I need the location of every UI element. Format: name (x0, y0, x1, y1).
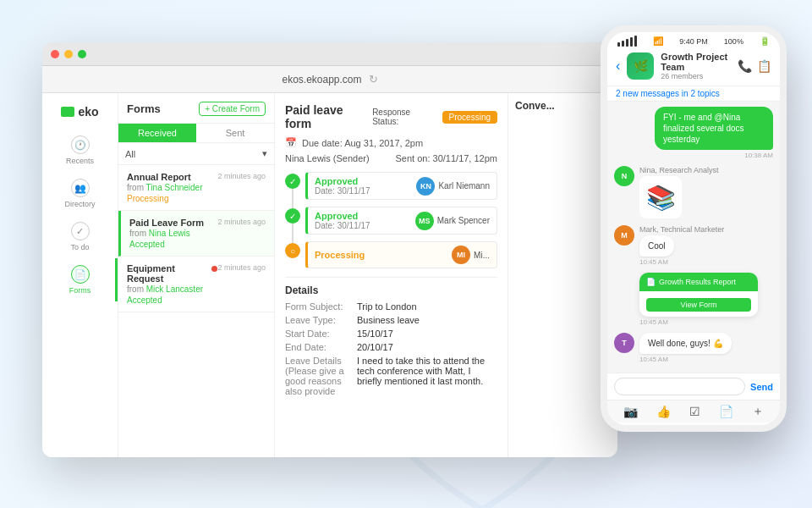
sidebar-label-recents: Recents (66, 157, 94, 165)
group-emoji: 🌿 (634, 59, 648, 73)
group-avatar: 🌿 (627, 52, 654, 80)
sidebar-label-directory: Directory (64, 200, 95, 208)
response-status-badge: Processing (442, 111, 497, 124)
avatar-2: MS (415, 212, 434, 230)
step-card-3: Processing MI Mi... (305, 241, 497, 268)
form-sender-link-equipment[interactable]: Mick Lancaster (146, 284, 203, 294)
step-card-1: Approved Date: 30/11/17 KN Karl Niemann (305, 172, 497, 200)
battery-icon: 🔋 (760, 36, 770, 46)
form-item-annual[interactable]: 2 minutes ago Annual Report from Tina Sc… (118, 165, 274, 211)
step-person-2: MS Mark Spencer (415, 212, 490, 230)
filter-row[interactable]: All ▾ (118, 143, 274, 165)
step-icon-2: ✓ (285, 208, 300, 224)
send-button[interactable]: Send (750, 382, 773, 392)
main-panel: Forms + Create Form Received Sent All ▾ … (118, 93, 617, 457)
message-fyi: FYI - me and @Nina finalized several doc… (614, 107, 773, 159)
bubble-nina-sticker: Nina, Research Analyst 📚 (639, 166, 719, 218)
detail-value-start: 15/10/17 (357, 329, 497, 339)
address-bar: ekos.ekoapp.com ↻ (42, 66, 617, 93)
sidebar-item-recents[interactable]: 🕐 Recents (42, 129, 118, 172)
check-icon[interactable]: ☑ (689, 405, 700, 418)
form-due-date: 📅 Due date: Aug 31, 2017, 2pm (285, 137, 497, 148)
chat-messages: FYI - me and @Nina finalized several doc… (607, 102, 780, 373)
filter-chevron: ▾ (262, 148, 267, 159)
avatar-nina: N (614, 166, 634, 186)
form-from-equipment: from Mick Lancaster (127, 284, 266, 294)
step-person-1: KN Karl Niemann (416, 177, 490, 196)
step-person-3: MI Mi... (452, 246, 490, 264)
form-status-paid: Accepted (129, 240, 266, 249)
form-sender-link[interactable]: Tina Schneider (146, 183, 203, 192)
forms-icon: 📄 (71, 265, 90, 284)
detail-row-start: Start Date: 15/10/17 (285, 329, 497, 339)
filter-value: All (125, 149, 135, 159)
detail-value-subject: Trip to London (357, 301, 497, 312)
app-sidebar: eko 🕐 Recents 👥 Directory ✓ To do 📄 Form… (42, 93, 118, 457)
form-time-equipment: 2 minutes ago (217, 263, 266, 272)
group-info: Growth Project Team 26 members (661, 52, 731, 80)
wifi-icon: 📶 (653, 36, 663, 46)
doc-icon[interactable]: 📄 (719, 405, 733, 418)
approval-step-1: ✓ Approved Date: 30/11/17 KN Karl Nieman… (285, 172, 497, 200)
create-form-button[interactable]: + Create Form (199, 102, 266, 116)
chat-input-bar: Send (607, 373, 780, 400)
bubble-welldone-text: Well done, guys! 💪 (639, 333, 732, 354)
form-item-paid-leave[interactable]: 2 minutes ago Paid Leave Form from Nina … (118, 211, 274, 257)
time-cool: 10:45 AM (639, 258, 668, 266)
sidebar-item-directory[interactable]: 👥 Directory (42, 172, 118, 215)
directory-icon: 👥 (71, 179, 90, 197)
refresh-icon[interactable]: ↻ (369, 73, 378, 86)
avatar-mark: M (614, 225, 634, 246)
minimize-dot[interactable] (64, 50, 73, 58)
sidebar-item-todo[interactable]: ✓ To do (42, 215, 118, 258)
message-mark: M Mark, Technical Marketer Cool 10:45 AM (614, 225, 773, 273)
sidebar-label-todo: To do (70, 243, 89, 251)
phone-actions: 📞 📋 (738, 59, 771, 73)
step-card-2: Approved Date: 30/11/17 MS Mark Spencer (305, 207, 497, 235)
back-button[interactable]: ‹ (616, 58, 620, 74)
bubble-mark: Mark, Technical Marketer Cool 10:45 AM (639, 225, 724, 266)
more-icon[interactable]: 📋 (757, 59, 771, 73)
form-detail: Paid leave form Response Status: Process… (275, 93, 508, 457)
form-sender-link-paid[interactable]: Nina Lewis (149, 229, 190, 238)
bubble-welldone: Well done, guys! 💪 10:45 AM (639, 333, 732, 363)
message-nina-sticker: N Nina, Research Analyst 📚 (614, 166, 773, 225)
plus-icon[interactable]: ＋ (752, 404, 764, 419)
view-form-button[interactable]: View Form (646, 298, 751, 312)
step-status-2: Approved (315, 211, 370, 221)
card-body: View Form (639, 291, 758, 317)
sidebar-label-forms: Forms (69, 286, 91, 295)
detail-row-type: Leave Type: Business leave (285, 315, 497, 325)
fullscreen-dot[interactable] (78, 50, 86, 58)
eko-logo: eko (61, 100, 98, 129)
forms-title: Forms (127, 102, 161, 115)
home-indicator (607, 422, 780, 432)
tab-sent[interactable]: Sent (196, 124, 274, 142)
form-detail-header: Paid leave form Response Status: Process… (285, 103, 497, 130)
laptop-mockup: ekos.ekoapp.com ↻ eko 🕐 Recents 👥 Direct… (42, 42, 617, 457)
details-heading: Details (285, 284, 497, 296)
laptop-titlebar (42, 42, 617, 66)
form-item-equipment[interactable]: 2 minutes ago Equipment Request from Mic… (118, 257, 274, 312)
convo-title: Conve... (515, 100, 611, 112)
phone-call-icon[interactable]: 📞 (738, 59, 752, 73)
phone-time: 9:40 PM (679, 37, 708, 46)
form-sender-row: Nina Lewis (Sender) Sent on: 30/11/17, 1… (285, 153, 497, 163)
avatar-3: MI (452, 246, 470, 264)
step-icon-3: ○ (285, 243, 300, 258)
step-icon-1: ✓ (285, 174, 300, 189)
chat-input[interactable] (614, 378, 745, 395)
detail-value-notes: I need to take this to attend the tech c… (357, 356, 497, 396)
bubble-fyi: FYI - me and @Nina finalized several doc… (655, 107, 773, 150)
approval-step-3: ○ Processing MI Mi... (285, 241, 497, 268)
message-welldone: T Well done, guys! 💪 10:45 AM (614, 333, 773, 370)
camera-icon[interactable]: 📷 (623, 405, 638, 418)
growth-results-card: 📄 Growth Results Report View Form (639, 273, 758, 317)
close-dot[interactable] (51, 50, 59, 58)
phone-status-bar: 📶 9:40 PM 100% 🔋 (607, 32, 780, 48)
todo-icon: ✓ (71, 222, 90, 240)
sidebar-item-forms[interactable]: 📄 Forms (42, 258, 118, 301)
like-icon[interactable]: 👍 (656, 405, 671, 418)
tab-received[interactable]: Received (118, 124, 196, 142)
step-date-2: Date: 30/11/17 (315, 221, 370, 230)
